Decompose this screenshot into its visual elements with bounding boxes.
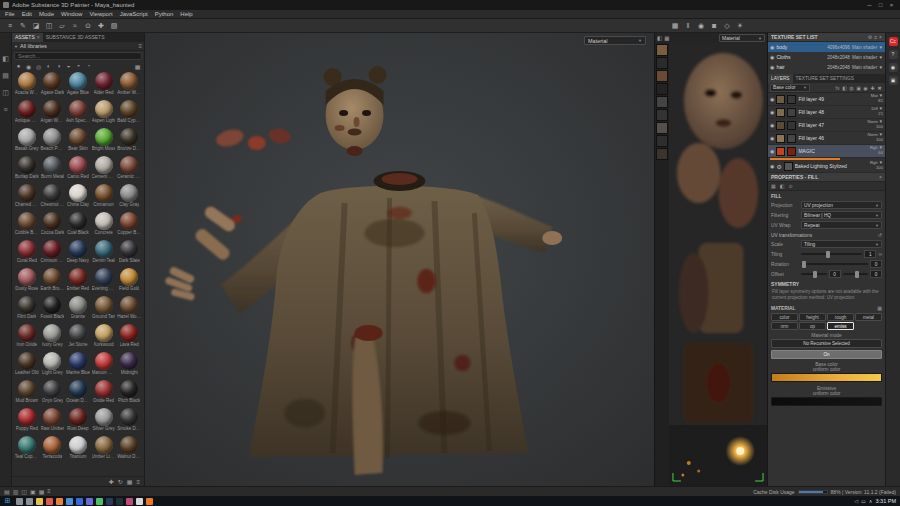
viewport-3d-canvas[interactable] <box>145 33 654 486</box>
material-item[interactable]: Burlap Dark <box>14 156 40 184</box>
close-icon[interactable]: × <box>879 174 882 180</box>
material-item[interactable]: Beach Pebble <box>40 128 66 156</box>
menu-viewport[interactable]: Viewport <box>89 11 112 17</box>
layer-visibility-icon[interactable]: ◉ <box>770 163 774 169</box>
viewport-3d[interactable]: Material ▼ <box>145 33 655 486</box>
menu-help[interactable]: Help <box>180 11 192 17</box>
add-mask-icon[interactable]: ◧ <box>841 85 848 91</box>
log-panel-icon[interactable]: ≡ <box>3 106 7 113</box>
material-item[interactable]: Acacia Wood <box>14 72 40 100</box>
close-icon[interactable]: × <box>37 34 40 40</box>
layer-thumbnail[interactable] <box>776 95 785 104</box>
material-toggle-button[interactable]: On <box>771 350 882 359</box>
uv-thumbnail[interactable] <box>656 122 668 134</box>
material-item[interactable]: Basalt Grey <box>14 128 40 156</box>
channel-emiss-button[interactable]: emiss <box>827 322 854 330</box>
texture-set-row[interactable]: ◉hair2048x2048Main shader ▼ <box>768 62 885 72</box>
texture-set-row[interactable]: ◉body4096x4096Main shader ▼ <box>768 42 885 52</box>
filter-brushes-icon[interactable]: ◒ <box>64 63 73 69</box>
layer-visibility-icon[interactable]: ◉ <box>770 135 774 141</box>
material-item[interactable]: Amber Wood <box>116 72 142 100</box>
pause-engine-icon[interactable]: ‖ <box>682 20 694 31</box>
texture-set-shader[interactable]: Main shader ▼ <box>852 65 883 70</box>
projection-tool-icon[interactable]: ◫ <box>43 20 55 31</box>
snapshot-icon[interactable]: ◙ <box>708 20 720 31</box>
library-menu-icon[interactable]: ≡ <box>138 43 142 49</box>
material-item[interactable]: Camo Red <box>65 156 91 184</box>
layer-row[interactable]: ◉Fill layer 46Norm ▼100 <box>768 132 885 145</box>
refresh-shelf-icon[interactable]: ↻ <box>118 478 123 485</box>
offset-x-value[interactable]: 0 <box>829 270 841 278</box>
material-item[interactable]: Mud Brown <box>14 380 40 408</box>
menu-mode[interactable]: Mode <box>39 11 54 17</box>
edge-icon[interactable] <box>66 498 73 505</box>
visibility-eye-icon[interactable]: ◉ <box>770 54 774 60</box>
layer-opacity[interactable]: 81 <box>878 99 883 104</box>
thumbnail-size-icon[interactable]: ▦ <box>127 478 133 485</box>
hamburger-menu-icon[interactable]: ≡ <box>4 20 16 31</box>
discord-icon[interactable] <box>86 498 93 505</box>
material-item[interactable]: Agave Dark <box>40 72 66 100</box>
layer-thumbnail[interactable] <box>787 121 796 130</box>
tsl-settings-icon[interactable]: ⚙ <box>868 34 872 40</box>
material-item[interactable]: Hazel Wood <box>116 296 142 324</box>
material-item[interactable]: Ceramic Red <box>116 156 142 184</box>
layer-thumbnail[interactable] <box>776 108 785 117</box>
layer-opacity[interactable]: 21 <box>878 112 883 117</box>
material-item[interactable]: Field Gold <box>116 268 142 296</box>
filter-materials-icon[interactable]: ◉ <box>24 63 33 70</box>
reset-icon[interactable]: ↺ <box>878 232 882 238</box>
perspective-toggle-icon[interactable]: ◇ <box>721 20 733 31</box>
quick-mask-icon[interactable]: ▨ <box>108 20 120 31</box>
uv-filter-icon[interactable]: ◧ <box>657 35 662 41</box>
material-item[interactable]: Poppy Red <box>14 408 40 436</box>
material-item[interactable]: Coal Black <box>65 212 91 240</box>
camera-rotation-icon[interactable]: ◉ <box>695 20 707 31</box>
material-item[interactable]: Raw Umber <box>40 408 66 436</box>
eraser-tool-icon[interactable]: ◪ <box>30 20 42 31</box>
channel-metal-button[interactable]: metal <box>855 313 882 321</box>
shelf-toggle-icon[interactable]: ◧ <box>2 55 9 63</box>
filter-alphas-icon[interactable]: ◓ <box>74 63 83 69</box>
tray-expand-icon[interactable]: ∧ <box>869 498 873 504</box>
search-icon[interactable] <box>16 498 23 505</box>
smudge-tool-icon[interactable]: ≈ <box>69 20 81 31</box>
layer-thumbnail[interactable] <box>787 147 796 156</box>
uv-thumbnail[interactable] <box>656 148 668 160</box>
photoshop-icon[interactable] <box>106 498 113 505</box>
uv-grid-icon[interactable]: ▦ <box>664 35 669 41</box>
texture-set-row[interactable]: ◉Cloths2048x2048Main shader ▼ <box>768 52 885 62</box>
layer-row[interactable]: ◉Fill layer 47Norm ▼100 <box>768 119 885 132</box>
uv-thumbnail[interactable] <box>656 135 668 147</box>
volume-icon[interactable]: ◁ <box>854 498 858 504</box>
layer-visibility-icon[interactable]: ◉ <box>770 148 774 154</box>
add-layer-icon[interactable]: ✚ <box>869 85 876 91</box>
material-item[interactable]: Dusty Rose <box>14 268 40 296</box>
channel-rough-button[interactable]: rough <box>827 313 854 321</box>
filtering-dropdown[interactable]: Bilinear | HQ▼ <box>801 211 882 219</box>
material-item[interactable]: Fossil Black <box>40 296 66 324</box>
material-item[interactable]: Light Grey <box>40 352 66 380</box>
material-item[interactable]: Agate Blue <box>65 72 91 100</box>
menu-file[interactable]: File <box>5 11 15 17</box>
material-item[interactable]: Aspen Light <box>91 100 117 128</box>
layers-panel-icon[interactable]: ▥ <box>13 488 19 495</box>
layer-opacity[interactable]: 100 <box>876 166 883 171</box>
filter-all-icon[interactable]: ● <box>14 63 23 69</box>
viewport-2d[interactable]: ◧▦ Material ▼ <box>655 33 768 486</box>
chrome-icon[interactable] <box>46 498 53 505</box>
shelf-menu-icon[interactable]: ≡ <box>136 479 140 485</box>
material-picker-icon[interactable]: ✚ <box>95 20 107 31</box>
scale-dropdown[interactable]: Tiling▼ <box>801 240 882 248</box>
material-item[interactable]: Cobble Brown <box>14 212 40 240</box>
material-item[interactable]: Korkwood <box>91 324 117 352</box>
layer-visibility-icon[interactable]: ◉ <box>770 96 774 102</box>
layer-row[interactable]: ◉Fill layer 48Diff ▼21 <box>768 106 885 119</box>
tsl-menu-icon[interactable]: ≡ <box>874 34 877 40</box>
add-fill-layer-icon[interactable]: ◉ <box>862 85 869 91</box>
layer-row[interactable]: ◉⚙Baked Lighting StylizedRgh ▼100 <box>768 160 885 173</box>
uv-thumbnail[interactable] <box>656 44 668 56</box>
menu-javascript[interactable]: JavaScript <box>120 11 148 17</box>
add-folder-icon[interactable]: ▣ <box>855 85 862 91</box>
material-mode-button[interactable]: No Recursive Selected <box>771 339 882 348</box>
